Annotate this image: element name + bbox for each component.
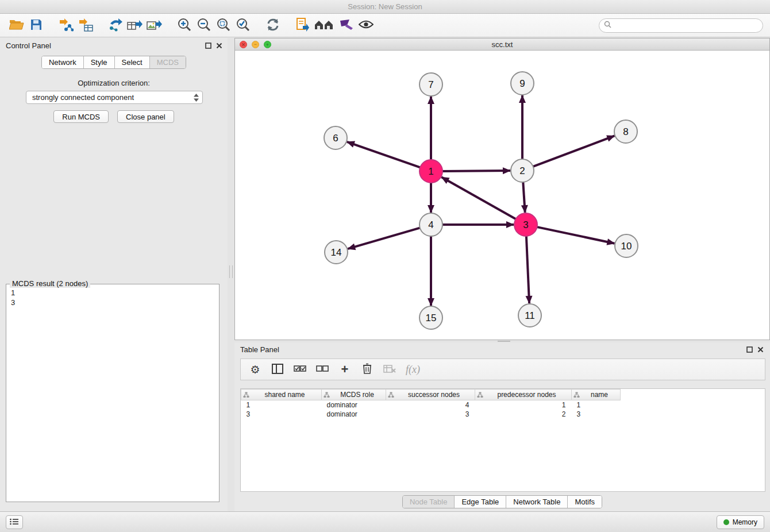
criterion-dropdown[interactable]: strongly connected component [26,91,203,104]
node-11[interactable]: 11 [518,304,541,327]
edge-2-3[interactable] [523,182,525,213]
close-window-icon[interactable] [240,41,247,48]
clear-table-button[interactable] [383,363,396,376]
export-network-button[interactable] [106,16,125,34]
cell-shared-name[interactable]: 3 [241,410,322,419]
zoom-selected-button[interactable] [233,16,253,34]
float-table-panel-icon[interactable] [746,346,753,354]
insert-column-button[interactable] [271,363,284,376]
trash-icon [363,363,372,376]
delete-row-button[interactable] [361,363,374,376]
table-panel-tabs: Node Table Edge Table Network Table Moti… [234,495,770,508]
edge-1-6[interactable] [347,142,420,168]
column-header-shared-name[interactable]: shared name [241,390,322,400]
apply-style-button[interactable] [337,16,356,34]
node-14[interactable]: 14 [325,241,348,264]
edge-1-2[interactable] [442,171,510,171]
column-header-name[interactable]: name [572,390,621,400]
open-folder-icon [9,18,24,32]
control-panel: Control Panel Network Style Select MCDS … [0,38,228,511]
cell-successor-nodes[interactable]: 3 [386,410,475,419]
save-session-button[interactable] [26,16,46,34]
node-7[interactable]: 7 [419,73,442,96]
duplicate-view-button[interactable] [293,16,313,34]
cell-name[interactable]: 1 [572,400,621,410]
toggle-view-button[interactable] [356,16,376,34]
cell-predecessor-nodes[interactable]: 1 [475,400,572,410]
tab-select[interactable]: Select [115,56,150,68]
select-all-button[interactable] [294,363,306,376]
zoom-in-icon [177,17,192,34]
zoom-out-button[interactable] [194,16,214,34]
network-graph[interactable]: 7968124314101511 [235,51,769,340]
tab-style[interactable]: Style [84,56,115,68]
edge-3-1[interactable] [441,177,515,219]
close-table-panel-icon[interactable] [757,346,764,354]
export-image-button[interactable] [145,16,164,34]
import-table-button[interactable] [76,16,95,34]
float-panel-icon[interactable] [205,42,211,51]
table-row[interactable]: 1 dominator 4 1 1 [241,400,621,410]
node-label: 8 [623,126,628,137]
node-4[interactable]: 4 [419,213,442,236]
tab-node-table[interactable]: Node Table [403,496,455,508]
cell-successor-nodes[interactable]: 4 [386,400,475,410]
node-1[interactable]: 1 [419,160,442,183]
close-panel-button[interactable]: Close panel [117,110,174,123]
vertical-splitter[interactable] [228,38,234,511]
table-settings-button[interactable]: ⚙ [249,363,261,376]
column-header-predecessor-nodes[interactable]: predecessor nodes [475,390,572,400]
table-row[interactable]: 3 dominator 3 2 3 [241,410,621,419]
cell-mcds-role[interactable]: dominator [322,410,386,419]
maximize-window-icon[interactable] [264,41,271,48]
minimize-window-icon[interactable] [252,41,259,48]
column-header-successor-nodes[interactable]: successor nodes [386,390,475,400]
add-row-button[interactable]: + [338,363,351,376]
search-input[interactable] [614,21,758,30]
deselect-all-icon [316,365,329,374]
ndex-home-icon-button[interactable] [313,16,337,34]
node-10[interactable]: 10 [615,234,638,257]
cell-shared-name[interactable]: 1 [241,400,322,410]
dropdown-stepper-icon [193,93,199,106]
export-table-button[interactable] [125,16,145,34]
close-panel-icon[interactable] [216,42,222,51]
zoom-in-button[interactable] [175,16,194,34]
tab-edge-table[interactable]: Edge Table [455,496,506,508]
refresh-button[interactable] [263,16,283,34]
window-titlebar: Session: New Session [0,0,770,14]
function-builder-button[interactable]: f(x) [406,363,420,376]
deselect-all-button[interactable] [316,363,329,376]
tab-network[interactable]: Network [42,56,84,68]
column-header-mcds-role[interactable]: MCDS role [322,390,386,400]
edge-4-14[interactable] [348,228,420,249]
import-network-button[interactable] [56,16,76,34]
tab-mcds[interactable]: MCDS [150,56,186,68]
search-box[interactable] [599,18,763,33]
cell-predecessor-nodes[interactable]: 2 [475,410,572,419]
show-hide-panels-button[interactable] [6,515,23,529]
memory-button[interactable]: Memory [717,515,764,529]
edge-3-10[interactable] [537,227,615,244]
list-icon [10,518,19,527]
tab-motifs[interactable]: Motifs [568,496,602,508]
node-3[interactable]: 3 [514,213,537,236]
export-table-icon [127,18,143,33]
zoom-out-icon [197,17,211,34]
home-icon [314,19,335,32]
main-toolbar [0,14,770,37]
open-file-button[interactable] [7,16,26,34]
node-2[interactable]: 2 [511,159,534,182]
cell-mcds-role[interactable]: dominator [322,400,386,410]
edge-2-8[interactable] [533,136,615,167]
cell-name[interactable]: 3 [572,410,621,419]
node-6[interactable]: 6 [324,126,347,149]
node-8[interactable]: 8 [614,120,637,143]
node-15[interactable]: 15 [419,306,442,329]
zoom-fit-button[interactable] [214,16,233,34]
edge-3-11[interactable] [526,236,529,303]
run-mcds-button[interactable]: Run MCDS [53,110,109,123]
node-label: 1 [428,166,433,177]
node-9[interactable]: 9 [511,72,534,95]
tab-network-table[interactable]: Network Table [506,496,568,508]
